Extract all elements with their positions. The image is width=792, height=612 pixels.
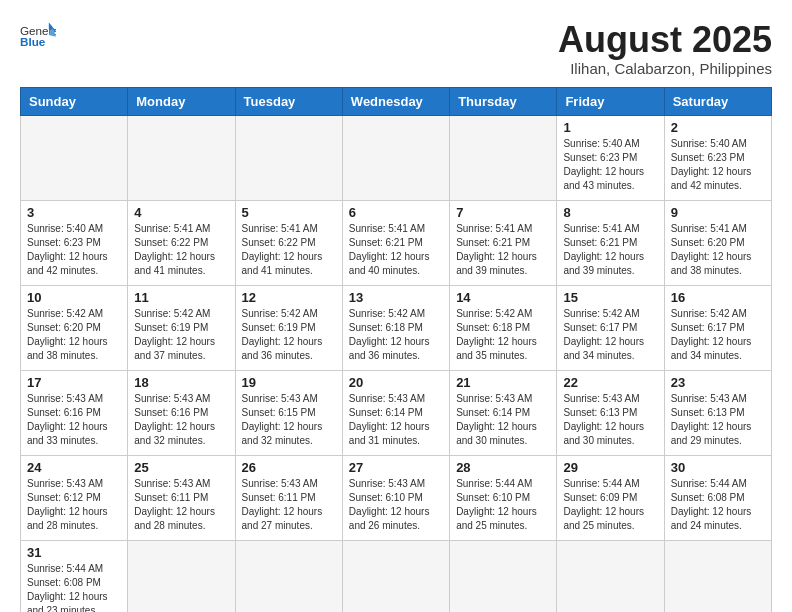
weekday-header-wednesday: Wednesday — [342, 87, 449, 115]
day-number: 26 — [242, 460, 336, 475]
weekday-header-thursday: Thursday — [450, 87, 557, 115]
day-info: Sunrise: 5:41 AM Sunset: 6:20 PM Dayligh… — [671, 222, 765, 278]
logo-icon: General Blue — [20, 20, 56, 48]
calendar-cell — [128, 115, 235, 200]
calendar-cell: 5Sunrise: 5:41 AM Sunset: 6:22 PM Daylig… — [235, 200, 342, 285]
day-info: Sunrise: 5:42 AM Sunset: 6:18 PM Dayligh… — [456, 307, 550, 363]
day-info: Sunrise: 5:44 AM Sunset: 6:09 PM Dayligh… — [563, 477, 657, 533]
calendar-cell: 16Sunrise: 5:42 AM Sunset: 6:17 PM Dayli… — [664, 285, 771, 370]
day-info: Sunrise: 5:43 AM Sunset: 6:13 PM Dayligh… — [671, 392, 765, 448]
calendar-cell: 14Sunrise: 5:42 AM Sunset: 6:18 PM Dayli… — [450, 285, 557, 370]
day-number: 14 — [456, 290, 550, 305]
calendar-cell — [128, 540, 235, 612]
day-info: Sunrise: 5:43 AM Sunset: 6:15 PM Dayligh… — [242, 392, 336, 448]
day-number: 11 — [134, 290, 228, 305]
calendar-cell: 18Sunrise: 5:43 AM Sunset: 6:16 PM Dayli… — [128, 370, 235, 455]
day-info: Sunrise: 5:40 AM Sunset: 6:23 PM Dayligh… — [27, 222, 121, 278]
day-number: 8 — [563, 205, 657, 220]
day-number: 24 — [27, 460, 121, 475]
day-number: 4 — [134, 205, 228, 220]
calendar-cell: 9Sunrise: 5:41 AM Sunset: 6:20 PM Daylig… — [664, 200, 771, 285]
day-number: 29 — [563, 460, 657, 475]
day-number: 20 — [349, 375, 443, 390]
day-number: 23 — [671, 375, 765, 390]
calendar-cell: 22Sunrise: 5:43 AM Sunset: 6:13 PM Dayli… — [557, 370, 664, 455]
day-number: 15 — [563, 290, 657, 305]
day-info: Sunrise: 5:44 AM Sunset: 6:08 PM Dayligh… — [671, 477, 765, 533]
day-number: 25 — [134, 460, 228, 475]
day-number: 28 — [456, 460, 550, 475]
calendar-cell: 28Sunrise: 5:44 AM Sunset: 6:10 PM Dayli… — [450, 455, 557, 540]
title-area: August 2025 Ilihan, Calabarzon, Philippi… — [558, 20, 772, 77]
weekday-header-tuesday: Tuesday — [235, 87, 342, 115]
day-info: Sunrise: 5:40 AM Sunset: 6:23 PM Dayligh… — [671, 137, 765, 193]
day-info: Sunrise: 5:41 AM Sunset: 6:21 PM Dayligh… — [563, 222, 657, 278]
calendar-cell: 15Sunrise: 5:42 AM Sunset: 6:17 PM Dayli… — [557, 285, 664, 370]
weekday-header-row: SundayMondayTuesdayWednesdayThursdayFrid… — [21, 87, 772, 115]
calendar-cell: 17Sunrise: 5:43 AM Sunset: 6:16 PM Dayli… — [21, 370, 128, 455]
weekday-header-friday: Friday — [557, 87, 664, 115]
calendar-cell: 26Sunrise: 5:43 AM Sunset: 6:11 PM Dayli… — [235, 455, 342, 540]
day-number: 17 — [27, 375, 121, 390]
day-info: Sunrise: 5:41 AM Sunset: 6:22 PM Dayligh… — [242, 222, 336, 278]
calendar-cell: 29Sunrise: 5:44 AM Sunset: 6:09 PM Dayli… — [557, 455, 664, 540]
calendar-cell: 30Sunrise: 5:44 AM Sunset: 6:08 PM Dayli… — [664, 455, 771, 540]
day-number: 3 — [27, 205, 121, 220]
day-number: 1 — [563, 120, 657, 135]
calendar-cell — [342, 540, 449, 612]
calendar-cell: 7Sunrise: 5:41 AM Sunset: 6:21 PM Daylig… — [450, 200, 557, 285]
calendar-cell — [21, 115, 128, 200]
calendar-cell: 23Sunrise: 5:43 AM Sunset: 6:13 PM Dayli… — [664, 370, 771, 455]
day-number: 13 — [349, 290, 443, 305]
day-info: Sunrise: 5:41 AM Sunset: 6:21 PM Dayligh… — [456, 222, 550, 278]
calendar-cell: 3Sunrise: 5:40 AM Sunset: 6:23 PM Daylig… — [21, 200, 128, 285]
day-info: Sunrise: 5:42 AM Sunset: 6:17 PM Dayligh… — [563, 307, 657, 363]
day-info: Sunrise: 5:44 AM Sunset: 6:08 PM Dayligh… — [27, 562, 121, 612]
month-year-title: August 2025 — [558, 20, 772, 60]
day-number: 16 — [671, 290, 765, 305]
day-info: Sunrise: 5:44 AM Sunset: 6:10 PM Dayligh… — [456, 477, 550, 533]
page-header: General Blue August 2025 Ilihan, Calabar… — [20, 20, 772, 77]
weekday-header-monday: Monday — [128, 87, 235, 115]
calendar-cell: 20Sunrise: 5:43 AM Sunset: 6:14 PM Dayli… — [342, 370, 449, 455]
calendar-cell — [450, 115, 557, 200]
calendar-cell — [450, 540, 557, 612]
day-info: Sunrise: 5:43 AM Sunset: 6:11 PM Dayligh… — [134, 477, 228, 533]
day-number: 22 — [563, 375, 657, 390]
calendar-week-1: 1Sunrise: 5:40 AM Sunset: 6:23 PM Daylig… — [21, 115, 772, 200]
day-number: 9 — [671, 205, 765, 220]
calendar-cell: 31Sunrise: 5:44 AM Sunset: 6:08 PM Dayli… — [21, 540, 128, 612]
calendar-cell — [557, 540, 664, 612]
calendar-cell — [664, 540, 771, 612]
weekday-header-saturday: Saturday — [664, 87, 771, 115]
calendar-cell: 2Sunrise: 5:40 AM Sunset: 6:23 PM Daylig… — [664, 115, 771, 200]
calendar-cell: 10Sunrise: 5:42 AM Sunset: 6:20 PM Dayli… — [21, 285, 128, 370]
calendar-cell: 4Sunrise: 5:41 AM Sunset: 6:22 PM Daylig… — [128, 200, 235, 285]
calendar-cell: 8Sunrise: 5:41 AM Sunset: 6:21 PM Daylig… — [557, 200, 664, 285]
day-info: Sunrise: 5:42 AM Sunset: 6:19 PM Dayligh… — [242, 307, 336, 363]
day-number: 5 — [242, 205, 336, 220]
day-info: Sunrise: 5:42 AM Sunset: 6:20 PM Dayligh… — [27, 307, 121, 363]
day-info: Sunrise: 5:43 AM Sunset: 6:16 PM Dayligh… — [27, 392, 121, 448]
calendar-cell: 19Sunrise: 5:43 AM Sunset: 6:15 PM Dayli… — [235, 370, 342, 455]
calendar-cell — [235, 540, 342, 612]
svg-text:Blue: Blue — [20, 35, 46, 48]
day-info: Sunrise: 5:40 AM Sunset: 6:23 PM Dayligh… — [563, 137, 657, 193]
logo: General Blue — [20, 20, 56, 48]
calendar-week-4: 17Sunrise: 5:43 AM Sunset: 6:16 PM Dayli… — [21, 370, 772, 455]
day-info: Sunrise: 5:43 AM Sunset: 6:10 PM Dayligh… — [349, 477, 443, 533]
calendar-cell: 21Sunrise: 5:43 AM Sunset: 6:14 PM Dayli… — [450, 370, 557, 455]
calendar-table: SundayMondayTuesdayWednesdayThursdayFrid… — [20, 87, 772, 612]
day-info: Sunrise: 5:43 AM Sunset: 6:14 PM Dayligh… — [456, 392, 550, 448]
calendar-cell: 24Sunrise: 5:43 AM Sunset: 6:12 PM Dayli… — [21, 455, 128, 540]
calendar-cell: 1Sunrise: 5:40 AM Sunset: 6:23 PM Daylig… — [557, 115, 664, 200]
day-info: Sunrise: 5:43 AM Sunset: 6:14 PM Dayligh… — [349, 392, 443, 448]
day-info: Sunrise: 5:42 AM Sunset: 6:17 PM Dayligh… — [671, 307, 765, 363]
day-number: 21 — [456, 375, 550, 390]
day-info: Sunrise: 5:42 AM Sunset: 6:19 PM Dayligh… — [134, 307, 228, 363]
location-subtitle: Ilihan, Calabarzon, Philippines — [558, 60, 772, 77]
calendar-cell: 13Sunrise: 5:42 AM Sunset: 6:18 PM Dayli… — [342, 285, 449, 370]
day-number: 7 — [456, 205, 550, 220]
calendar-week-6: 31Sunrise: 5:44 AM Sunset: 6:08 PM Dayli… — [21, 540, 772, 612]
day-info: Sunrise: 5:43 AM Sunset: 6:12 PM Dayligh… — [27, 477, 121, 533]
